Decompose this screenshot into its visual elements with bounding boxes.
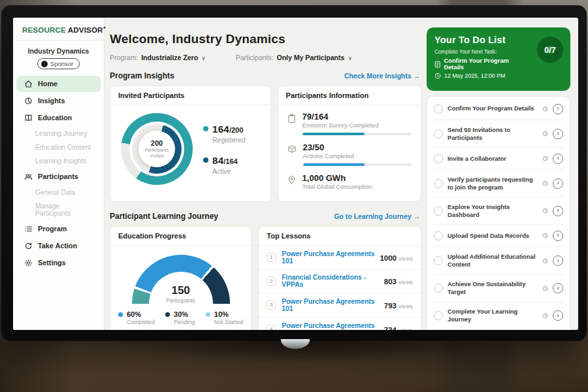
next-task: Confirm Your Program Details xyxy=(434,57,526,71)
checkbox[interactable] xyxy=(434,129,443,139)
todo-panel: Your To Do List Complete Your Next Task:… xyxy=(423,18,578,330)
todo-item[interactable]: Upload Spend Data Records › xyxy=(433,225,564,247)
sidebar-item-learning-journey[interactable]: Learning Journey xyxy=(13,127,104,140)
chevron-right-icon[interactable]: › xyxy=(553,310,563,321)
document-icon xyxy=(434,61,440,68)
not-started-legend: 10% Not Started xyxy=(206,310,244,325)
registered-dot xyxy=(203,126,208,131)
active-legend: 84/164 Active xyxy=(203,155,246,175)
sidebar-item-home[interactable]: Home xyxy=(16,76,101,92)
go-to-learning-journey-link[interactable]: Go to Learning Journey → xyxy=(334,212,420,220)
chevron-right-icon[interactable]: › xyxy=(553,206,563,216)
education-progress-title: Education Progress xyxy=(110,227,251,246)
checkbox[interactable] xyxy=(434,179,443,188)
top-lessons-title: Top Lessons xyxy=(259,227,421,246)
checkbox[interactable] xyxy=(434,311,443,320)
lesson-row: 3 Power Purchase Agreements 101 793views xyxy=(259,293,421,318)
checkbox[interactable] xyxy=(434,154,443,163)
todo-item[interactable]: Confirm Your Program Details › xyxy=(433,98,564,120)
todo-item[interactable]: Explore Your Insights Dashboard › xyxy=(433,197,564,225)
clock-icon xyxy=(542,180,548,186)
participants-information-card: Participants Information 79/164 Emission… xyxy=(278,86,421,202)
gauge-center-value: 150 xyxy=(132,284,230,297)
lesson-row: 1 Power Purchase Agreements 101 1000view… xyxy=(259,246,421,270)
sidebar-item-program[interactable]: Program xyxy=(16,221,101,237)
chevron-right-icon[interactable]: › xyxy=(553,104,563,114)
pending-legend: 30% Pending xyxy=(165,310,195,325)
sidebar-item-take-action[interactable]: Take Action xyxy=(16,238,101,254)
todo-item[interactable]: Send 50 Invitations to Participants › xyxy=(433,120,564,148)
chevron-right-icon[interactable]: › xyxy=(553,255,563,266)
chevron-right-icon[interactable]: › xyxy=(553,154,563,164)
participants-information-title: Participants Information xyxy=(278,86,421,105)
sidebar-item-participants[interactable]: Participants xyxy=(16,169,101,185)
clock-icon xyxy=(542,258,548,264)
insights-icon xyxy=(24,97,33,105)
clock-icon xyxy=(542,155,548,161)
sidebar-item-manage-participants[interactable]: Manage Participants xyxy=(13,199,104,220)
info-progress-fill xyxy=(303,163,365,166)
lesson-link[interactable]: Power Purchase Agreements 101 xyxy=(282,298,384,312)
sidebar-item-general-data[interactable]: General Data xyxy=(13,186,104,199)
lesson-row: 4 Power Purchase Agreements 102 734views xyxy=(259,318,421,330)
completed-dot xyxy=(118,312,123,317)
sponsor-icon xyxy=(41,61,48,67)
check-more-insights-link[interactable]: Check More Insights → xyxy=(344,72,420,80)
checkbox[interactable] xyxy=(434,256,443,265)
clock-icon xyxy=(542,131,548,137)
education-gauge-chart: 150 Participants xyxy=(132,255,230,304)
sidebar: RESOURCE ADVISOR+ Industry Dynamics Spon… xyxy=(13,18,105,330)
todo-item[interactable]: Achieve One Sustainability Target › xyxy=(433,275,564,302)
chevron-down-icon: ∨ xyxy=(348,55,352,61)
participants-filter[interactable]: Participants:Only My Participants∨ xyxy=(236,54,352,61)
lesson-link[interactable]: Power Purchase Agreements 102 xyxy=(282,322,384,330)
consumption-row: 1,000 GWh Total Global Consumption xyxy=(287,173,412,190)
todo-progress-ring: 0/7 xyxy=(537,37,563,63)
page-title: Welcome, Industry Dynamics xyxy=(110,32,421,46)
checkbox[interactable] xyxy=(434,105,443,114)
survey-icon xyxy=(287,114,296,123)
invited-center-label: Participants Invited xyxy=(140,147,173,159)
sponsor-badge: Sponsor xyxy=(37,58,80,69)
todo-item[interactable]: Verify participants requesting to join t… xyxy=(433,170,564,197)
todo-list: Confirm Your Program Details › Send 50 I… xyxy=(427,96,570,330)
actions-completed-row: 23/50 Actions Completed xyxy=(287,142,412,166)
todo-item[interactable]: Complete Your Learning Journey › xyxy=(433,302,564,330)
main-content: Welcome, Industry Dynamics Program:Indus… xyxy=(105,18,423,330)
arrow-right-icon: → xyxy=(414,72,421,80)
todo-item[interactable]: Invite a Collaborator › xyxy=(433,148,564,170)
sidebar-item-insights[interactable]: Insights xyxy=(16,93,101,109)
learning-journey-heading: Participant Learning Journey xyxy=(110,212,218,221)
chevron-right-icon[interactable]: › xyxy=(553,283,563,293)
lesson-link[interactable]: Power Purchase Agreements 101 xyxy=(282,250,380,265)
clock-icon xyxy=(542,313,548,319)
checkbox[interactable] xyxy=(434,206,443,216)
todo-item[interactable]: Upload Additional Educational Content › xyxy=(433,247,564,274)
sidebar-item-settings[interactable]: Settings xyxy=(16,255,101,271)
sidebar-item-learning-insights[interactable]: Learning Insights xyxy=(13,154,104,168)
chevron-right-icon[interactable]: › xyxy=(553,178,563,189)
emission-survey-row: 79/164 Emission Survey Completed xyxy=(287,112,412,135)
sidebar-item-education-content[interactable]: Education Content xyxy=(13,140,104,154)
checkbox[interactable] xyxy=(434,231,443,240)
gear-icon xyxy=(24,259,33,267)
chevron-down-icon: ∨ xyxy=(201,55,206,61)
checkbox[interactable] xyxy=(434,284,443,293)
invited-participants-card: Invited Participants 200 Participants In… xyxy=(110,86,271,202)
lesson-link[interactable]: Financial Considerations - VPPAs xyxy=(282,274,384,288)
not-started-dot xyxy=(206,312,210,317)
clock-icon xyxy=(542,106,548,112)
chevron-right-icon[interactable]: › xyxy=(553,129,563,139)
book-icon xyxy=(24,114,33,122)
app-logo: RESOURCE ADVISOR+ xyxy=(13,25,104,41)
gauge-center-label: Participants xyxy=(132,297,230,304)
education-progress-card: Education Progress 150 Participants 60% … xyxy=(110,226,252,330)
clock-icon xyxy=(542,286,548,291)
chevron-right-icon[interactable]: › xyxy=(553,231,563,241)
active-dot xyxy=(203,157,208,163)
sidebar-item-education[interactable]: Education xyxy=(16,110,101,126)
invited-participants-title: Invited Participants xyxy=(110,86,270,105)
program-filter[interactable]: Program:Industrialize Zero∨ xyxy=(110,54,206,61)
program-insights-heading: Program Insights xyxy=(110,71,174,80)
top-lessons-card: Top Lessons 1 Power Purchase Agreements … xyxy=(258,226,421,330)
